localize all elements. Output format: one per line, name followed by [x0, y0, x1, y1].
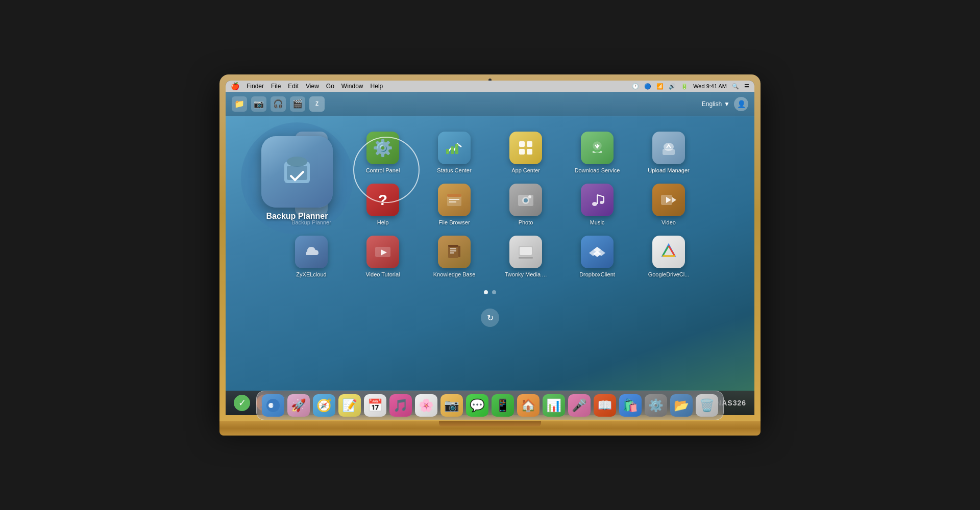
svg-point-25 — [592, 202, 597, 206]
topbar-music-icon[interactable]: 🎧 — [271, 96, 286, 112]
twonky-media-label: Twonky Media ... — [505, 271, 547, 277]
help-label: Help — [377, 219, 389, 225]
app-center-label: App Center — [511, 167, 540, 173]
dock-photos[interactable]: 🌸 — [415, 394, 437, 417]
dropbox-client-icon — [581, 236, 614, 268]
menu-edit[interactable]: Edit — [288, 83, 299, 90]
app-dropbox-client[interactable]: DropboxClient — [577, 236, 618, 277]
app-photo[interactable]: Photo — [505, 184, 546, 225]
page-dot-1[interactable] — [484, 290, 488, 294]
menu-window[interactable]: Window — [341, 83, 363, 90]
svg-rect-8 — [519, 149, 525, 155]
googledrive-client-label: GoogleDriveCl... — [648, 271, 690, 277]
svg-point-24 — [528, 195, 531, 198]
laptop-container: 🍎 Finder File Edit View Go Window Help 🕐… — [219, 74, 761, 436]
svg-rect-43 — [519, 257, 533, 259]
dock-safari[interactable]: 🧭 — [313, 394, 335, 417]
scroll-down-button[interactable]: ↻ — [481, 309, 499, 327]
menu-view[interactable]: View — [306, 83, 319, 90]
svg-rect-37 — [458, 246, 460, 257]
apple-menu[interactable]: 🍎 — [231, 82, 239, 90]
menu-file[interactable]: File — [271, 83, 281, 90]
svg-rect-6 — [519, 141, 525, 147]
svg-marker-31 — [672, 197, 676, 203]
svg-rect-9 — [527, 149, 532, 155]
app-music[interactable]: Music — [577, 184, 618, 225]
language-selector[interactable]: English ▼ — [702, 100, 730, 108]
dock-home[interactable]: 🏠 — [517, 394, 540, 417]
app-video[interactable]: Video — [648, 184, 689, 225]
dock-appstore[interactable]: 🛍️ — [619, 394, 642, 417]
app-googledrive-client[interactable]: GoogleDriveCl... — [648, 236, 689, 277]
mac-dock-wrapper: 🚀 🧭 📝 📅 🎵 🌸 📷 💬 📱 🏠 📊 🎤 📖 🛍️ ⚙️ 📂 🗑️ — [256, 391, 724, 420]
topbar-files-icon[interactable]: 📁 — [232, 96, 247, 112]
dock-ibooks[interactable]: 📖 — [594, 394, 616, 417]
photo-label: Photo — [519, 219, 533, 225]
dock-messages[interactable]: 💬 — [466, 394, 488, 417]
svg-rect-4 — [451, 146, 454, 154]
dock-launchpad[interactable]: 🚀 — [287, 394, 310, 417]
dock-facetime[interactable]: 📱 — [492, 394, 514, 417]
topbar-zyxel-icon[interactable]: Z — [309, 96, 325, 112]
system-status-check: ✓ — [234, 395, 250, 411]
mac-menu-items: Finder File Edit View Go Window Help — [247, 83, 383, 90]
download-service-icon — [581, 132, 614, 164]
zyxelcloud-label: ZyXELcloud — [296, 271, 326, 277]
dock-calendar[interactable]: 📅 — [364, 394, 386, 417]
search-icon[interactable]: 🔍 — [732, 83, 739, 90]
app-status-center[interactable]: Status Center — [434, 132, 475, 173]
app-download-service[interactable]: Download Service — [577, 132, 618, 173]
laptop-notch — [439, 421, 541, 426]
dock-finder2[interactable]: 📂 — [670, 394, 693, 417]
volume-icon: 🔊 — [669, 83, 676, 90]
menu-go[interactable]: Go — [326, 83, 334, 90]
app-file-browser[interactable]: File Browser — [434, 184, 475, 225]
file-browser-icon — [438, 184, 471, 216]
svg-rect-7 — [527, 141, 532, 147]
menu-finder[interactable]: Finder — [247, 83, 264, 90]
status-center-icon — [438, 132, 471, 164]
dock-itunes2[interactable]: 🎤 — [568, 394, 591, 417]
dock-numbers[interactable]: 📊 — [543, 394, 565, 417]
app-twonky-media[interactable]: Twonky Media ... — [505, 236, 546, 277]
backup-planner-large-icon[interactable] — [261, 136, 333, 208]
dock-itunes[interactable]: 🎵 — [389, 394, 412, 417]
dock-systemprefs[interactable]: ⚙️ — [645, 394, 667, 417]
upload-manager-icon — [652, 132, 685, 164]
user-icon[interactable]: 👤 — [734, 97, 748, 111]
menu-help[interactable]: Help — [371, 83, 383, 90]
laptop-bottom — [219, 421, 761, 436]
music-label: Music — [590, 219, 605, 225]
svg-line-50 — [663, 246, 669, 256]
dock-finder[interactable] — [262, 394, 284, 417]
app-zyxelcloud[interactable]: ZyXELcloud — [291, 236, 332, 277]
app-app-center[interactable]: App Center — [505, 132, 546, 173]
svg-rect-36 — [448, 245, 458, 247]
list-icon[interactable]: ☰ — [744, 83, 749, 90]
page-dot-2[interactable] — [492, 290, 496, 294]
dock-trash[interactable]: 🗑️ — [696, 394, 718, 417]
topbar-photo-icon[interactable]: 📷 — [251, 96, 266, 112]
mac-dock: 🚀 🧭 📝 📅 🎵 🌸 📷 💬 📱 🏠 📊 🎤 📖 🛍️ ⚙️ 📂 🗑️ — [256, 391, 724, 420]
svg-point-26 — [600, 201, 604, 204]
backup-planner-overlay: Backup Planner — [241, 122, 353, 235]
backup-planner-overlay-label: Backup Planner — [266, 212, 328, 221]
zyxelcloud-icon — [295, 236, 328, 268]
dock-photos2[interactable]: 📷 — [440, 394, 463, 417]
video-tutorial-icon — [366, 236, 399, 268]
dropbox-client-label: DropboxClient — [579, 271, 615, 277]
svg-rect-18 — [447, 194, 461, 197]
svg-point-54 — [287, 157, 307, 167]
svg-rect-5 — [455, 144, 458, 154]
googledrive-client-icon — [652, 236, 685, 268]
music-icon — [581, 184, 614, 216]
topbar-video-icon[interactable]: 🎬 — [290, 96, 305, 112]
scroll-button-area: ↻ — [256, 309, 724, 327]
app-upload-manager[interactable]: Upload Manager — [648, 132, 689, 173]
app-knowledge-base[interactable]: Knowledge Base — [434, 236, 475, 277]
download-service-label: Download Service — [575, 167, 620, 173]
dock-notes[interactable]: 📝 — [338, 394, 361, 417]
page-dots — [256, 290, 724, 294]
photo-icon — [509, 184, 542, 216]
app-video-tutorial[interactable]: Video Tutorial — [362, 236, 403, 277]
